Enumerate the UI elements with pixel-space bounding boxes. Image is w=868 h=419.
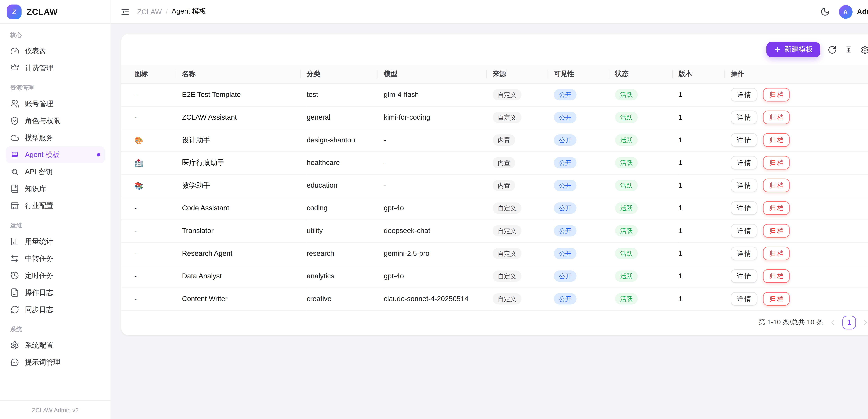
card-toolbar: 新建模板 — [121, 34, 868, 65]
cell-version: 1 — [679, 265, 731, 288]
sidebar-footer-version: ZCLAW Admin v2 — [0, 400, 111, 419]
new-template-button[interactable]: 新建模板 — [767, 42, 820, 57]
sidebar-item[interactable]: 提示词管理 — [6, 354, 105, 371]
archive-button[interactable]: 归档 — [763, 246, 790, 260]
sidebar-item[interactable]: 同步日志 — [6, 301, 105, 318]
detail-button[interactable]: 详情 — [731, 269, 757, 283]
breadcrumb-separator: / — [166, 8, 167, 16]
detail-button[interactable]: 详情 — [731, 133, 757, 147]
visibility-badge: 公开 — [554, 225, 577, 236]
cell-category: analytics — [307, 265, 384, 288]
sidebar-item[interactable]: 计费管理 — [6, 60, 105, 77]
app-logo: Z — [7, 4, 22, 19]
cell-model: - — [384, 151, 493, 174]
sidebar-section-system: 系统 系统配置 提示词管理 — [6, 325, 105, 371]
status-badge: 活跃 — [615, 203, 638, 214]
sidebar-item[interactable]: 仪表盘 — [6, 42, 105, 60]
detail-button[interactable]: 详情 — [731, 224, 757, 238]
sidebar-item[interactable]: 中转任务 — [6, 250, 105, 267]
archive-button[interactable]: 归档 — [763, 224, 790, 238]
detail-button[interactable]: 详情 — [731, 179, 757, 192]
cell-name: Research Agent — [182, 242, 307, 265]
cell-category: healthcare — [307, 151, 384, 174]
cell-model: gpt-4o — [384, 265, 493, 288]
bar-chart-icon — [10, 237, 19, 246]
archive-button[interactable]: 归档 — [763, 133, 790, 147]
sidebar-item-label: 仪表盘 — [25, 46, 46, 56]
page-number-button[interactable]: 1 — [842, 316, 856, 329]
detail-button[interactable]: 详情 — [731, 292, 757, 306]
archive-button[interactable]: 归档 — [763, 292, 790, 306]
cell-category: test — [307, 83, 384, 106]
table-row: - Code Assistant coding gpt-4o 自定义 公开 活跃… — [121, 197, 868, 219]
visibility-badge: 公开 — [554, 271, 577, 282]
sidebar-item-label: 角色与权限 — [25, 116, 60, 126]
archive-button[interactable]: 归档 — [763, 111, 790, 124]
sidebar-item[interactable]: 用量统计 — [6, 233, 105, 250]
avatar[interactable]: A — [839, 5, 852, 19]
chevron-left-icon[interactable] — [829, 318, 837, 326]
cell-actions: 详情 归档 — [731, 288, 868, 310]
archive-button[interactable]: 归档 — [763, 179, 790, 192]
cell-category: research — [307, 242, 384, 265]
detail-button[interactable]: 详情 — [731, 201, 757, 215]
section-label: 系统 — [10, 325, 100, 333]
table-row: - Research Agent research gemini-2.5-pro… — [121, 242, 868, 265]
cell-icon: - — [121, 106, 182, 129]
source-badge: 内置 — [493, 157, 516, 168]
table-row: 🎨 设计助手 design-shantou - 内置 公开 活跃 1 详情 归档 — [121, 129, 868, 151]
detail-button[interactable]: 详情 — [731, 111, 757, 124]
column-header-name: 名称 — [182, 65, 307, 83]
moon-icon[interactable] — [820, 7, 830, 17]
cell-icon: 📚 — [121, 174, 182, 197]
table-row: - ZCLAW Assistant general kimi-for-codin… — [121, 106, 868, 129]
chevron-right-icon[interactable] — [862, 318, 868, 326]
sidebar-item-label: 行业配置 — [25, 201, 53, 211]
sidebar-section-ops: 运维 用量统计 中转任务 — [6, 222, 105, 318]
sidebar-item-label: 知识库 — [25, 184, 46, 194]
pagination-summary: 第 1-10 条/总共 10 条 — [758, 318, 823, 327]
table-row: 🏥 医疗行政助手 healthcare - 内置 公开 活跃 1 详情 归档 — [121, 151, 868, 174]
sidebar-item[interactable]: 系统配置 — [6, 337, 105, 354]
archive-button[interactable]: 归档 — [763, 201, 790, 215]
user-menu[interactable]: A Admin — [839, 5, 868, 19]
archive-button[interactable]: 归档 — [763, 88, 790, 101]
visibility-badge: 公开 — [554, 112, 577, 123]
settings-icon[interactable] — [861, 45, 868, 54]
row-height-icon[interactable] — [844, 45, 853, 54]
sidebar-item[interactable]: 知识库 — [6, 180, 105, 197]
breadcrumb-root[interactable]: ZCLAW — [137, 8, 162, 16]
refresh-icon[interactable] — [828, 45, 837, 54]
cell-icon: - — [121, 265, 182, 288]
sidebar-item-label: Agent 模板 — [25, 150, 60, 160]
sidebar-item[interactable]: Agent 模板 — [6, 146, 105, 163]
cell-icon: - — [121, 242, 182, 265]
cell-model: gemini-2.5-pro — [384, 242, 493, 265]
detail-button[interactable]: 详情 — [731, 156, 757, 170]
archive-button[interactable]: 归档 — [763, 156, 790, 170]
sidebar-item[interactable]: 角色与权限 — [6, 112, 105, 129]
sidebar-item[interactable]: 账号管理 — [6, 95, 105, 112]
source-badge: 自定义 — [493, 293, 522, 304]
sidebar-collapse-icon[interactable] — [120, 7, 130, 17]
archive-button[interactable]: 归档 — [763, 269, 790, 283]
cell-category: coding — [307, 197, 384, 219]
sidebar-item[interactable]: 模型服务 — [6, 129, 105, 146]
cell-actions: 详情 归档 — [731, 151, 868, 174]
app-name: ZCLAW — [27, 7, 58, 17]
sidebar-item-label: 操作日志 — [25, 288, 53, 297]
detail-button[interactable]: 详情 — [731, 88, 757, 101]
source-badge: 自定义 — [493, 89, 522, 100]
sidebar-item[interactable]: 行业配置 — [6, 197, 105, 214]
app-window: Z ZCLAW 核心 仪表盘 计 — [0, 0, 868, 419]
sidebar-item-label: 同步日志 — [25, 305, 53, 315]
sidebar-item[interactable]: API 密钥 — [6, 163, 105, 180]
active-dot — [97, 153, 100, 157]
column-header-actions: 操作 — [731, 65, 868, 83]
transfer-arrows-icon — [10, 254, 19, 263]
cell-model: - — [384, 174, 493, 197]
detail-button[interactable]: 详情 — [731, 246, 757, 260]
crown-icon — [10, 64, 19, 72]
sidebar-item[interactable]: 定时任务 — [6, 267, 105, 284]
sidebar-item[interactable]: 操作日志 — [6, 284, 105, 301]
